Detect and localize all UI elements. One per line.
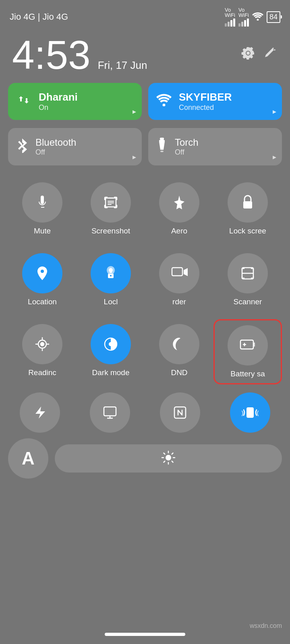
mobile-data-arrow: ▸	[133, 107, 136, 116]
vowifi-2: VoWiFi	[238, 7, 249, 18]
torch-arrow: ▸	[273, 153, 276, 161]
clock-date: Fri, 17 Jun	[98, 59, 147, 72]
mute-item[interactable]: Mute	[8, 178, 77, 240]
location-lock-button[interactable]	[91, 253, 131, 293]
reading-mode-button[interactable]	[22, 324, 62, 364]
screenshot-label: Screenshot	[91, 227, 130, 235]
svg-point-1	[163, 104, 166, 107]
cast-button[interactable]	[90, 392, 130, 433]
dark-mode-button[interactable]	[91, 324, 131, 364]
svg-line-34	[172, 461, 173, 462]
brightness-row: A	[0, 433, 290, 479]
signal-group-2: VoWiFi	[238, 7, 249, 27]
aeroplane-item[interactable]: Aero	[145, 178, 213, 240]
scanner-item[interactable]: Scanner	[213, 248, 282, 311]
aeroplane-label: Aero	[171, 227, 187, 235]
edit-icon[interactable]	[263, 46, 278, 64]
clock-action-icons[interactable]	[241, 46, 278, 64]
flash-button[interactable]	[20, 392, 60, 433]
bluetooth-text: Bluetooth Off	[35, 137, 76, 157]
watermark: wsxdn.com	[250, 622, 282, 630]
icon-grid-row1: Mute Screenshot Aero Lock	[0, 173, 290, 244]
mobile-data-text: Dharani On	[39, 91, 78, 112]
svg-rect-3	[159, 140, 165, 142]
clock-area: 4:53 Fri, 17 Jun	[0, 31, 290, 83]
location-item[interactable]: Location	[8, 248, 77, 311]
svg-point-15	[41, 343, 44, 346]
brightness-icon	[161, 450, 176, 466]
font-size-button[interactable]: A	[8, 438, 48, 479]
battery-saver-label: Battery sa	[230, 369, 265, 378]
wifi-tile-title: SKYFIBER	[179, 91, 232, 103]
battery-level: 84	[269, 13, 278, 21]
dark-mode-label: Dark mode	[92, 368, 130, 377]
wifi-tile-sub: Connected	[179, 103, 232, 112]
mute-button[interactable]	[22, 182, 62, 223]
screen-recorder-button[interactable]	[159, 253, 199, 293]
mute-label: Mute	[34, 227, 51, 235]
location-button[interactable]	[22, 253, 62, 293]
icon-grid-row3: Readinc Dark mode DND	[0, 315, 290, 388]
aeroplane-button[interactable]	[159, 182, 199, 223]
svg-point-9	[110, 275, 112, 277]
svg-point-0	[257, 19, 259, 21]
lock-screen-label: Lock scree	[229, 227, 266, 235]
wifi-tile[interactable]: SKYFIBER Connected ▸	[148, 83, 282, 120]
dnd-item[interactable]: DND	[145, 319, 213, 384]
svg-line-35	[172, 453, 173, 454]
screen-recorder-item[interactable]: rder	[145, 248, 213, 311]
scanner-button[interactable]	[228, 253, 268, 293]
wifi-tile-arrow: ▸	[273, 107, 276, 116]
battery-indicator: 84	[267, 11, 280, 23]
svg-rect-10	[172, 268, 182, 276]
carrier-label: Jio 4G | Jio 4G	[10, 12, 68, 22]
status-bar: Jio 4G | Jio 4G VoWiFi VoWiFi	[0, 0, 290, 31]
bluetooth-arrow: ▸	[133, 153, 136, 161]
battery-saver-button[interactable]	[228, 325, 268, 365]
nfc-button[interactable]	[160, 392, 200, 433]
battery-saver-item[interactable]: Battery sa	[213, 319, 282, 384]
icon-grid-row2: Location Locl rder	[0, 244, 290, 315]
clock-left: 4:53 Fri, 17 Jun	[12, 35, 147, 75]
screenshot-button[interactable]	[91, 182, 131, 223]
location-lock-item[interactable]: Locl	[77, 248, 145, 311]
lock-screen-button[interactable]	[228, 182, 268, 223]
settings-icon[interactable]	[241, 46, 255, 64]
vibrate-button[interactable]	[230, 392, 270, 433]
location-label: Location	[28, 297, 57, 306]
torch-text: Torch Off	[175, 137, 199, 157]
torch-icon	[156, 138, 168, 156]
lock-screen-item[interactable]: Lock scree	[213, 178, 282, 240]
wifi-status-icon	[252, 11, 263, 23]
torch-tile[interactable]: Torch Off ▸	[148, 128, 282, 165]
vowifi-1: VoWiFi	[225, 7, 235, 18]
wifi-tile-icon	[156, 93, 172, 110]
screen-recorder-label: rder	[172, 297, 186, 306]
status-icons: VoWiFi VoWiFi	[225, 7, 280, 27]
dark-mode-item[interactable]: Dark mode	[77, 319, 145, 384]
brightness-slider[interactable]	[55, 444, 282, 473]
dnd-button[interactable]	[159, 324, 199, 364]
reading-mode-label: Readinc	[28, 368, 56, 377]
bottom-strip	[0, 388, 290, 433]
svg-line-33	[164, 453, 165, 454]
reading-mode-item[interactable]: Readinc	[8, 319, 77, 384]
clock-time: 4:53	[12, 35, 91, 75]
screenshot-item[interactable]: Screenshot	[77, 178, 145, 240]
svg-rect-27	[246, 407, 254, 418]
font-a-label: A	[22, 448, 35, 469]
mobile-data-sub: On	[39, 103, 78, 112]
bluetooth-tile[interactable]: Bluetooth Off ▸	[8, 128, 142, 165]
svg-point-4	[160, 151, 164, 152]
signal-bars-2	[238, 19, 249, 27]
dnd-label: DND	[171, 368, 187, 377]
svg-line-36	[164, 461, 165, 462]
signal-bars-1	[225, 19, 235, 27]
svg-rect-20	[253, 343, 255, 347]
mobile-data-tile[interactable]: Dharani On ▸	[8, 83, 142, 120]
svg-rect-7	[243, 201, 252, 208]
scanner-label: Scanner	[234, 297, 262, 306]
svg-rect-23	[104, 407, 116, 416]
bluetooth-title: Bluetooth	[35, 137, 76, 148]
svg-point-18	[109, 342, 113, 346]
